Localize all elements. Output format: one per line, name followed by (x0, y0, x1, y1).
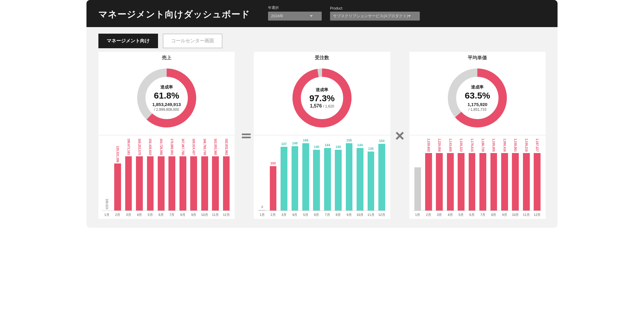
tab-callcenter[interactable]: コールセンター画面 (163, 34, 222, 48)
tab-management[interactable]: マネージメント向け (98, 34, 158, 48)
bar-chart-sales: 188,623125,521,386180,671,161169,253,579… (98, 135, 235, 219)
chevron-down-icon (408, 15, 411, 17)
x-axis-label: 9月 (500, 213, 509, 217)
bar-value-label: 140 (314, 145, 319, 149)
bar (378, 144, 385, 211)
x-axis-label: 7月 (323, 213, 332, 217)
x-axis-label: 10月 (200, 213, 209, 217)
year-select-value: 2024年 (271, 13, 284, 19)
x-axis-label: 7月 (167, 213, 177, 217)
bar-value-label: 163,093,360 (214, 138, 217, 155)
bar-value-label: 164,726,090 (160, 138, 163, 155)
bar (479, 153, 486, 211)
bar-value-label: 1,187,227 (535, 138, 539, 152)
bar-value-label: 169,014,437 (192, 138, 195, 155)
equals-operator: ＝ (238, 124, 250, 146)
bar-col: 169,253,579 (134, 138, 144, 211)
bar-col: 154 (377, 138, 386, 211)
times-operator: × (394, 126, 406, 145)
bar (212, 156, 219, 211)
card-sales: 売上 達成率 61.8% 1,853,249,913 / 2,999,808,0… (98, 52, 235, 219)
rate-value: 1,853,249,913 (152, 102, 181, 107)
x-axis-label: 6月 (312, 213, 321, 217)
card-title: 平均単価 (409, 52, 546, 63)
donut-sales: 達成率 61.8% 1,853,249,913 / 2,999,808,000 (98, 63, 235, 135)
x-axis-label: 10月 (355, 213, 365, 217)
year-filter: 年選択 2024年 (268, 5, 322, 21)
rate-target: / 1,851,733 (468, 107, 486, 112)
x-axis-label: 2月 (268, 213, 278, 217)
x-axis-label: 12月 (532, 213, 542, 217)
x-axis-label: 6月 (156, 213, 166, 217)
bar (501, 153, 508, 211)
bar-value-label: 1,199,216 (525, 138, 528, 152)
bar (458, 153, 465, 211)
rate-label: 達成率 (160, 85, 173, 90)
bar (512, 153, 519, 211)
bar-col: 144 (323, 138, 332, 211)
bar-value-label: 192,430,819 (148, 138, 152, 155)
bar-value-label: 188,623 (105, 199, 109, 209)
x-axis-label: 11月 (366, 213, 376, 217)
tabs: マネージメント向け コールセンター画面 (86, 27, 558, 52)
bar (158, 156, 165, 211)
bar-col: 125,521,386 (113, 138, 122, 211)
bar (523, 153, 530, 211)
donut-center: 達成率 63.5% 1,175,920 / 1,851,733 (445, 65, 510, 131)
bar-col: 1,229,056 (435, 138, 444, 211)
bar-value-label: 1,143,605 (449, 138, 452, 152)
donut-center: 達成率 97.3% 1,576 / 1,620 (289, 65, 355, 131)
donut-price: 達成率 63.5% 1,175,920 / 1,851,733 (409, 63, 546, 135)
bar-col: 0 (257, 138, 267, 211)
bar-col: 136 (366, 138, 376, 211)
bar-value-label: 167,867,756 (181, 138, 185, 155)
rate-percent: 97.3% (309, 93, 335, 103)
bar-col: 167,867,756 (178, 138, 188, 211)
bar-col: 188,623 (102, 138, 112, 211)
dashboard-frame: マネージメント向けダッシュボード 年選択 2024年 Product サブスクリ… (86, 0, 558, 228)
x-axis-label: 12月 (222, 213, 231, 217)
bar-col: 1,159,222 (456, 138, 466, 211)
bar-col: 1,187,227 (532, 138, 542, 211)
bar-value-label: 1,199,055 (492, 138, 495, 152)
chevron-down-icon (310, 15, 313, 17)
bar-col: 102 (268, 138, 278, 211)
bar-col: 1,199,055 (489, 138, 499, 211)
rate-percent: 63.5% (465, 91, 490, 101)
x-axis-label: 3月 (124, 213, 133, 217)
donut-center: 達成率 61.8% 1,853,249,913 / 2,999,808,000 (134, 65, 199, 131)
bar-value-label: 148 (292, 141, 298, 145)
bar (436, 153, 443, 211)
bar-col: 166 (301, 138, 310, 211)
year-label: 年選択 (268, 5, 322, 10)
product-filter: Product サブスクリプションサービス(Aプロダクト) (330, 6, 420, 21)
bar (324, 148, 331, 211)
bar-value-label: 170,889,001 (170, 138, 174, 155)
bar (447, 153, 454, 211)
bar-col: 182,832,962 (222, 138, 231, 211)
x-axis-label: 9月 (344, 213, 354, 217)
rate-value: 1,175,920 (467, 102, 487, 107)
x-axis-label: 5月 (301, 213, 310, 217)
x-axis-label: 6月 (467, 213, 477, 217)
x-axis-label: 10月 (511, 213, 520, 217)
product-select[interactable]: サブスクリプションサービス(Aプロダクト) (330, 12, 420, 21)
bar (147, 156, 154, 211)
bar-value-label: 1,230,602 (427, 138, 430, 152)
bar-col: 166,760,749 (200, 138, 209, 211)
card-orders: 受注数 達成率 97.3% 1,576 / 1,620 010214714816… (254, 52, 390, 219)
card-title: 売上 (98, 52, 235, 63)
x-axis-label: 1月 (257, 213, 267, 217)
bar-col: 148 (290, 138, 300, 211)
bar-col: 1,158,061 (511, 138, 520, 211)
x-axis-label: 7月 (478, 213, 487, 217)
bar-col: 140 (333, 138, 343, 211)
bar (335, 150, 342, 211)
year-select[interactable]: 2024年 (268, 12, 322, 21)
bar-value-label: 1,090,416 (503, 138, 506, 152)
bar (270, 166, 277, 211)
donut-orders: 達成率 97.3% 1,576 / 1,620 (254, 63, 390, 135)
bar-value-label: 136 (368, 147, 374, 150)
bar-col: 1,090,416 (500, 138, 509, 211)
x-axis-label: 2月 (113, 213, 122, 217)
